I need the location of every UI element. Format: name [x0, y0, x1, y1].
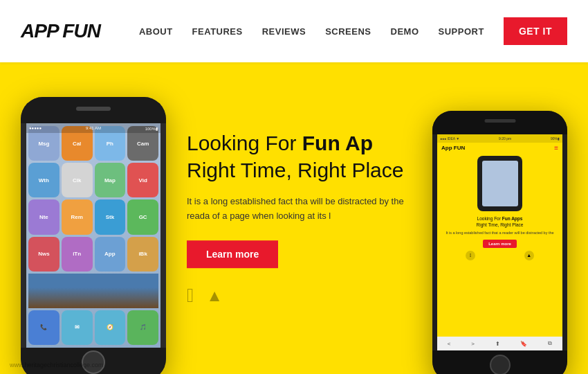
navbar: App FUN ABOUT FEATURES REVIEWS SCREENS D…	[0, 0, 588, 62]
tabs-icon[interactable]: ⧉	[548, 340, 552, 347]
right-android-icon: ▲	[524, 251, 534, 260]
nav-screens[interactable]: SCREENS	[325, 26, 371, 37]
right-screen-header: App FUN ≡	[441, 144, 558, 152]
right-screen-menu-icon: ≡	[554, 144, 558, 152]
app-icon-safari: 🧭	[95, 310, 126, 345]
bookmark-icon[interactable]: 🔖	[520, 341, 527, 347]
forward-icon[interactable]: >	[471, 341, 475, 347]
app-icon-phone: 📞	[28, 310, 59, 345]
right-screen-heading: Looking For Fun Apps Right Time, Right P…	[441, 215, 558, 228]
watermark: www.heritagechristiancollege.com	[10, 362, 104, 368]
nav-links: ABOUT FEATURES REVIEWS SCREENS DEMO SUPP…	[139, 25, 567, 37]
hero-body-text: It is a long established fact tha will b…	[187, 195, 408, 224]
phone-right: ●●● IDEA ▼ 9:20 pm 90%▮ App FUN ≡ Lookin…	[432, 111, 567, 374]
right-status-bar: ●●● IDEA ▼ 9:20 pm 90%▮	[437, 134, 562, 143]
app-icon-reminders: Rem	[62, 199, 93, 234]
app-icon-music: 🎵	[127, 310, 158, 345]
app-icon-ibooks: iBk	[127, 237, 158, 271]
android-store-icon[interactable]: ▲	[206, 286, 223, 305]
app-icon-maps: Map	[95, 163, 126, 197]
phone-speaker-right	[484, 119, 515, 123]
wallpaper-area	[28, 274, 158, 308]
back-icon[interactable]: <	[448, 341, 451, 347]
phone-left: ●●●●● 9:41 AM 100%▮ Msg Cal Ph Cam Wth C…	[21, 97, 166, 374]
app-icon-notes: Nte	[28, 199, 59, 234]
app-icon-itunes: iTn	[62, 237, 93, 271]
hero-text: Looking For Fun Ap Right Time, Right Pla…	[187, 130, 422, 307]
nav-features[interactable]: FEATURES	[192, 26, 243, 37]
nav-demo[interactable]: DEMO	[391, 26, 419, 37]
nav-reviews[interactable]: REVIEWS	[262, 26, 306, 37]
hero-heading: Looking For Fun Ap Right Time, Right Pla…	[187, 130, 422, 184]
right-screen-logo: App FUN	[441, 145, 465, 151]
status-bar-left: ●●●●● 9:41 AM 100%▮	[26, 123, 160, 133]
logo: App FUN	[21, 20, 100, 42]
right-screen-content: App FUN ≡ Looking For Fun Apps Right Tim…	[437, 134, 562, 350]
nav-cta-button[interactable]: GET IT	[504, 17, 567, 45]
share-icon[interactable]: ⬆	[495, 341, 500, 347]
app-icon-appstore: App	[95, 237, 126, 271]
app-icon-weather: Wth	[28, 163, 59, 197]
phone-screen-left: ●●●●● 9:41 AM 100%▮ Msg Cal Ph Cam Wth C…	[26, 123, 160, 348]
app-icon-mail: ✉	[62, 310, 93, 345]
hero-cta-button[interactable]: Learn more	[187, 240, 278, 268]
right-screen-store-icons:  ▲	[441, 251, 558, 260]
app-icon-videos: Vid	[127, 163, 158, 197]
app-icon-gamecenter: GC	[127, 199, 158, 234]
right-inner-screen	[482, 161, 518, 206]
nav-about[interactable]: ABOUT	[139, 26, 173, 37]
app-icons-grid: Msg Cal Ph Cam Wth Clk Map Vid Nte Rem S…	[26, 123, 160, 348]
phone-speaker-left	[76, 107, 111, 111]
right-bottom-bar: < > ⬆ 🔖 ⧉	[437, 337, 562, 350]
right-screen-desc: It is a long established fact that a rea…	[441, 231, 558, 236]
app-icon-clock: Clk	[62, 163, 93, 197]
app-icon-newsstand: Nws	[28, 237, 59, 271]
phone-home-button-right	[490, 355, 511, 374]
nav-support[interactable]: SUPPORT	[439, 26, 484, 37]
hero-section: ●●●●● 9:41 AM 100%▮ Msg Cal Ph Cam Wth C…	[0, 62, 588, 374]
right-inner-phone	[477, 156, 522, 211]
apple-store-icon[interactable]: 	[187, 285, 194, 307]
right-apple-icon: 	[466, 251, 475, 260]
phone-screen-right: ●●● IDEA ▼ 9:20 pm 90%▮ App FUN ≡ Lookin…	[437, 134, 562, 350]
right-screen-btn[interactable]: Learn more	[483, 240, 517, 248]
app-icon-stocks: Stk	[95, 199, 126, 234]
store-icons:  ▲	[187, 285, 422, 307]
